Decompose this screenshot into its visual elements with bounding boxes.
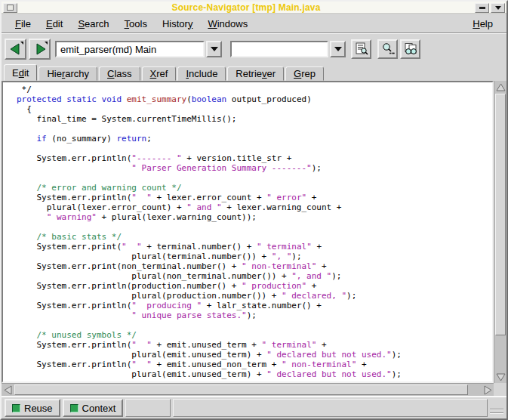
dropdown-corner-icon — [45, 42, 48, 45]
code-line: plural(terminal.number()) + ", "); — [17, 252, 492, 261]
horizontal-scrollbar[interactable] — [2, 383, 494, 396]
menubar-items: FileEditSearchToolsHistoryWindows — [8, 16, 255, 32]
chevron-down-icon — [334, 47, 342, 51]
scrollbar-right-button[interactable] — [482, 384, 494, 396]
menu-item-tools[interactable]: Tools — [117, 16, 155, 32]
arrow-up-icon — [496, 83, 506, 91]
code-line: plural(emit.unused_term) + " declared bu… — [17, 350, 492, 360]
editor-window-button[interactable] — [351, 39, 371, 59]
code-line: " Parser Generation Summary -------"); — [17, 163, 492, 173]
history-forward-button[interactable] — [29, 39, 51, 60]
dropdown-corner-icon — [20, 42, 23, 45]
tabbar: EditHierarchyClassXrefIncludeRetrieverGr… — [2, 64, 506, 81]
code-line: System.err.print(non_terminal.number() +… — [17, 261, 492, 271]
editor-row: */protected static void emit_summary(boo… — [2, 81, 506, 383]
status-panel-2 — [173, 399, 488, 417]
code-line: /* basic stats */ — [17, 232, 492, 242]
search-combo-input[interactable] — [230, 41, 328, 57]
code-line — [17, 124, 492, 134]
menu-item-file[interactable]: File — [8, 16, 38, 32]
code-editor[interactable]: */protected static void emit_summary(boo… — [2, 81, 494, 383]
code-line: if (no_summary) return; — [17, 134, 492, 144]
tab-class[interactable]: Class — [99, 66, 140, 81]
menu-item-windows[interactable]: Windows — [200, 16, 255, 32]
code-line: System.err.println(" " + emit.unused_ter… — [17, 340, 492, 350]
symbol-combo-arrow-button[interactable] — [206, 41, 222, 57]
minimize-button[interactable] — [475, 3, 489, 13]
code-line: { — [17, 104, 492, 114]
toolbar — [2, 33, 506, 64]
status-panel-1 — [125, 399, 171, 417]
code-line — [17, 320, 492, 330]
arrow-left-icon — [4, 385, 12, 395]
menu-item-search[interactable]: Search — [70, 16, 116, 32]
reuse-label: Reuse — [24, 403, 53, 414]
reuse-indicator-icon — [12, 404, 20, 412]
code-line: plural(non_terminal.number()) + ", and "… — [17, 271, 492, 281]
code-line: final_time = System.currentTimeMillis(); — [17, 114, 492, 124]
code-line: " warning" + plural(lexer.warning_count)… — [17, 212, 492, 222]
chevron-down-icon — [211, 47, 218, 51]
tab-retriever[interactable]: Retriever — [227, 66, 284, 81]
vertical-scrollbar[interactable] — [494, 81, 506, 383]
search-combo-arrow-button[interactable] — [330, 41, 346, 57]
code-line: /* unused symbols */ — [17, 330, 492, 340]
shade-button[interactable] — [491, 3, 505, 13]
context-indicator-icon — [70, 404, 79, 412]
app-window: Source-Navigator [tmp] Main.java FileEdi… — [0, 0, 508, 420]
menu-item-help[interactable]: Help — [465, 16, 500, 32]
code-line — [17, 144, 492, 153]
symbol-combobox — [55, 41, 222, 57]
hscroll-trough[interactable] — [14, 384, 482, 396]
vscroll-trough[interactable] — [494, 93, 506, 371]
tab-xref[interactable]: Xref — [142, 66, 177, 81]
window-title: Source-Navigator [tmp] Main.java — [19, 2, 473, 13]
code-line: plural(production.number()) + " declared… — [17, 291, 492, 301]
tab-edit[interactable]: Edit — [4, 64, 37, 81]
menu-item-edit[interactable]: Edit — [38, 16, 70, 32]
statusbar: Reuse Context — [2, 396, 506, 418]
vscroll-thumb[interactable] — [495, 94, 506, 335]
document-search-icon — [355, 42, 368, 56]
arrow-down-icon — [496, 373, 506, 381]
code-line — [17, 222, 492, 232]
code-line: /* error and warning count */ — [17, 183, 492, 193]
context-toggle-button[interactable]: Context — [63, 399, 124, 417]
search-icon — [381, 42, 395, 56]
menu-item-history[interactable]: History — [155, 16, 200, 32]
hscroll-thumb[interactable] — [14, 384, 468, 395]
window-menu-button[interactable] — [3, 3, 17, 13]
code-line: System.err.println(production.number() +… — [17, 281, 492, 291]
code-line: System.err.println(" " + lexer.error_cou… — [17, 193, 492, 202]
window-menu-icon — [7, 5, 14, 11]
titlebar: Source-Navigator [tmp] Main.java — [2, 2, 506, 14]
code-line: System.err.println(" " + emit.unused_non… — [17, 360, 492, 369]
reuse-toggle-button[interactable]: Reuse — [5, 399, 60, 417]
context-label: Context — [82, 403, 116, 414]
tab-include[interactable]: Include — [177, 66, 226, 81]
search-combobox — [230, 41, 346, 57]
scrollbar-left-button[interactable] — [2, 384, 14, 396]
hscroll-row — [2, 383, 506, 396]
symbol-combo-input[interactable] — [55, 41, 205, 57]
retriever-icon — [403, 42, 418, 56]
minimize-icon — [479, 7, 485, 9]
code-line — [17, 173, 492, 183]
code-line: System.err.println("------- " + version.… — [17, 153, 492, 163]
code-line: System.err.println(" producing " + lalr_… — [17, 301, 492, 310]
scrollbar-corner — [494, 383, 506, 396]
code-line: plural(lexer.error_count) + " and " + le… — [17, 202, 492, 212]
resize-grip[interactable] — [490, 399, 503, 417]
chevron-down-icon — [495, 6, 501, 10]
retriever-button[interactable] — [400, 39, 420, 59]
code-line: protected static void emit_summary(boole… — [17, 94, 492, 104]
menubar: FileEditSearchToolsHistoryWindows Help — [2, 14, 506, 33]
tab-grep[interactable]: Grep — [285, 66, 324, 81]
code-line: System.err.print(" " + terminal.number()… — [17, 242, 492, 252]
code-line: " unique parse states."); — [17, 310, 492, 320]
tab-hierarchy[interactable]: Hierarchy — [38, 66, 97, 81]
scrollbar-down-button[interactable] — [494, 371, 506, 383]
grep-button[interactable] — [377, 39, 398, 59]
scrollbar-up-button[interactable] — [494, 81, 506, 93]
history-back-button[interactable] — [5, 39, 26, 60]
